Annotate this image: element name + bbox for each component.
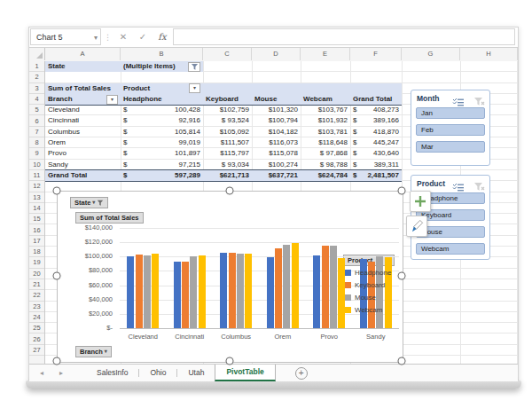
row-header-1[interactable]: 1 — [29, 61, 44, 72]
row-header-5[interactable]: 5 — [29, 105, 44, 115]
slicer-item-jan[interactable]: Jan — [416, 107, 485, 119]
row-header-2[interactable]: 2 — [29, 72, 44, 82]
chart-bar-mouse[interactable] — [330, 246, 337, 328]
sheet-tab-utah[interactable]: Utah — [177, 365, 215, 381]
new-sheet-button[interactable]: + — [295, 367, 308, 380]
row-header-7[interactable]: 7 — [29, 127, 44, 137]
chart-selection-handle[interactable] — [225, 357, 233, 365]
column-header-G[interactable]: G — [402, 48, 460, 60]
chart-values-field-button[interactable]: Sum of Total Sales — [75, 212, 144, 224]
row-field-dropdown-button[interactable]: ▾ — [106, 95, 118, 105]
column-header-F[interactable]: F — [350, 48, 402, 60]
row-header-22[interactable]: 22 — [29, 290, 44, 301]
column-header-H[interactable]: H — [460, 48, 518, 60]
column-header-C[interactable]: C — [203, 48, 252, 60]
chart-selection-handle[interactable] — [398, 357, 406, 365]
chart-axis-field-button[interactable]: Branch ▾ — [75, 346, 112, 357]
row-header-17[interactable]: 17 — [29, 236, 44, 247]
legend-item-mouse[interactable]: Mouse — [345, 294, 376, 302]
chart-selection-handle[interactable] — [398, 187, 406, 195]
chart-bar-keyboard[interactable] — [229, 253, 236, 328]
chart-selection-handle[interactable] — [53, 187, 61, 195]
legend-item-keyboard[interactable]: Keyboard — [345, 282, 385, 289]
sheet-tab-salesinfo[interactable]: SalesInfo — [86, 365, 138, 381]
chart-bar-keyboard[interactable] — [182, 262, 189, 328]
chart-bar-headphone[interactable] — [220, 253, 227, 328]
row-header-20[interactable]: 20 — [29, 269, 44, 279]
row-header-8[interactable]: 8 — [29, 137, 44, 148]
column-header-B[interactable]: B — [121, 48, 203, 60]
chart-bar-mouse[interactable] — [283, 245, 290, 328]
chart-bar-keyboard[interactable] — [275, 248, 282, 328]
chart-bar-keyboard[interactable] — [136, 255, 143, 328]
chart-bar-webcam[interactable] — [199, 255, 206, 328]
sheet-tab-ohio[interactable]: Ohio — [139, 365, 176, 381]
chart-bar-mouse[interactable] — [190, 256, 197, 328]
chart-elements-button[interactable] — [410, 191, 431, 212]
chart-bar-headphone[interactable] — [174, 262, 181, 328]
row-header-19[interactable]: 19 — [29, 257, 44, 268]
slicer-item-feb[interactable]: Feb — [416, 124, 485, 136]
row-header-14[interactable]: 14 — [29, 203, 44, 214]
chart-selection-handle[interactable] — [53, 272, 61, 280]
row-header-18[interactable]: 18 — [29, 247, 44, 257]
sheet-tab-pivottable[interactable]: PivotTable — [215, 365, 275, 381]
pivot-chart[interactable]: State ▾ Sum of Total Sales Product ▾ Bra… — [57, 191, 403, 363]
formula-input[interactable] — [173, 28, 515, 45]
column-header-E[interactable]: E — [301, 48, 350, 60]
row-header-26[interactable]: 26 — [29, 334, 44, 345]
name-box-dropdown-icon[interactable]: ▾ — [94, 29, 98, 46]
chart-page-field-button[interactable]: State ▾ — [70, 197, 108, 208]
slicer-item-mar[interactable]: Mar — [416, 141, 485, 153]
legend-item-webcam[interactable]: Webcam — [345, 307, 382, 314]
row-header-23[interactable]: 23 — [29, 302, 44, 312]
tab-scroll-right-icon[interactable]: ▸ — [59, 365, 63, 381]
chart-bar-keyboard[interactable] — [322, 246, 329, 328]
column-header-D[interactable]: D — [252, 48, 301, 60]
pivot-values-label: Sum of Total Sales — [45, 83, 121, 94]
insert-function-icon[interactable]: fx — [153, 27, 171, 47]
slicer-month[interactable]: MonthJanFebMar — [411, 90, 490, 166]
pivot-table[interactable]: Sum of Total SalesProduct▾Branch▾Headpho… — [45, 83, 402, 182]
chart-bar-headphone[interactable] — [267, 257, 274, 328]
slicer-item-webcam[interactable]: Webcam — [416, 243, 485, 255]
cancel-icon[interactable]: ✕ — [114, 27, 132, 47]
row-header-27[interactable]: 27 — [29, 345, 44, 356]
row-header-16[interactable]: 16 — [29, 225, 44, 236]
column-header-A[interactable]: A — [45, 48, 121, 60]
legend-item-headphone[interactable]: Headphone — [345, 270, 391, 277]
chart-bar-mouse[interactable] — [376, 256, 383, 328]
column-field-dropdown-button[interactable]: ▾ — [189, 83, 200, 93]
chart-bar-mouse[interactable] — [237, 254, 244, 328]
tab-scroll-left-icon[interactable]: ◂ — [40, 365, 43, 381]
page-filter-button[interactable] — [188, 62, 200, 72]
pivot-branch-cell: Orem — [45, 137, 121, 148]
row-header-24[interactable]: 24 — [29, 312, 44, 323]
row-header-10[interactable]: 10 — [29, 160, 44, 170]
name-box[interactable]: Chart 5 ▾ — [30, 28, 101, 45]
row-header-25[interactable]: 25 — [29, 323, 44, 333]
chart-selection-handle[interactable] — [53, 357, 61, 365]
chart-bar-webcam[interactable] — [338, 258, 345, 328]
chart-selection-handle[interactable] — [225, 187, 233, 195]
row-header-13[interactable]: 13 — [29, 192, 44, 203]
enter-icon[interactable]: ✓ — [134, 27, 152, 47]
chart-styles-button[interactable] — [406, 216, 427, 237]
chart-bar-mouse[interactable] — [144, 255, 151, 328]
row-header-15[interactable]: 15 — [29, 214, 44, 224]
row-header-6[interactable]: 6 — [29, 116, 44, 127]
row-header-21[interactable]: 21 — [29, 279, 44, 290]
chart-bar-webcam[interactable] — [245, 254, 252, 328]
chart-bar-headphone[interactable] — [127, 256, 134, 328]
row-header-3[interactable]: 3 — [29, 83, 44, 94]
row-header-12[interactable]: 12 — [29, 181, 44, 192]
chart-bar-webcam[interactable] — [292, 243, 299, 328]
row-header-4[interactable]: 4 — [29, 94, 44, 105]
legend-swatch — [345, 282, 351, 288]
row-header-9[interactable]: 9 — [29, 148, 44, 159]
chart-bar-headphone[interactable] — [313, 255, 320, 328]
chart-bar-webcam[interactable] — [152, 254, 159, 328]
chart-selection-handle[interactable] — [398, 272, 406, 280]
select-all-button[interactable] — [29, 48, 45, 60]
row-header-11[interactable]: 11 — [29, 170, 44, 181]
